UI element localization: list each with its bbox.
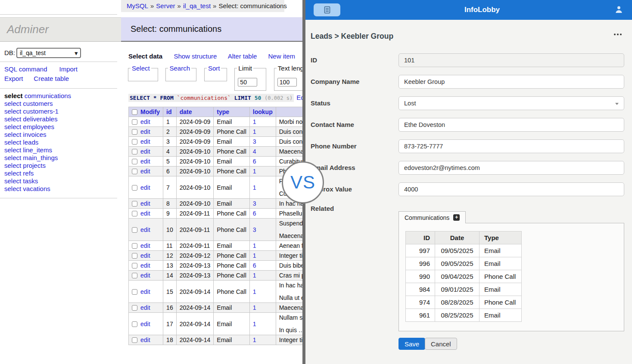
row-checkbox[interactable] bbox=[132, 169, 137, 174]
row-checkbox[interactable] bbox=[132, 289, 137, 295]
tab-communications[interactable]: Communications + bbox=[399, 211, 466, 223]
breadcrumb-mysql-link[interactable]: MySQL bbox=[127, 2, 148, 9]
user-icon[interactable] bbox=[615, 6, 623, 15]
select-action-link[interactable]: select bbox=[4, 154, 21, 161]
row-checkbox[interactable] bbox=[132, 273, 137, 278]
create-table-link[interactable]: Create table bbox=[34, 75, 69, 82]
edit-link[interactable]: edit bbox=[140, 262, 150, 269]
db-select[interactable]: il_qa_test ▾ bbox=[16, 48, 81, 58]
edit-link[interactable]: edit bbox=[140, 138, 150, 145]
lookup-link[interactable]: 1 bbox=[253, 128, 256, 135]
lookup-link[interactable]: 1 bbox=[253, 272, 256, 279]
table-link[interactable]: line_items bbox=[23, 146, 52, 154]
tab-show-structure[interactable]: Show structure bbox=[174, 52, 217, 60]
row-checkbox[interactable] bbox=[132, 305, 137, 311]
modify-header-link[interactable]: Modify bbox=[140, 108, 160, 115]
lookup-link[interactable]: 1 bbox=[253, 242, 256, 249]
select-action-link[interactable]: select bbox=[4, 100, 21, 107]
lookup-link[interactable]: 3 bbox=[253, 138, 256, 145]
text-length-input[interactable] bbox=[277, 78, 297, 86]
export-link[interactable]: Export bbox=[4, 75, 23, 82]
table-link[interactable]: main_things bbox=[23, 154, 58, 161]
row-checkbox[interactable] bbox=[132, 253, 137, 259]
tab-new-item[interactable]: New item bbox=[268, 52, 296, 60]
row-checkbox[interactable] bbox=[132, 149, 137, 154]
sort-legend-link[interactable]: Sort bbox=[207, 65, 221, 72]
table-link[interactable]: tasks bbox=[23, 177, 38, 185]
sql-command-link[interactable]: SQL command bbox=[4, 65, 47, 73]
table-link[interactable]: leads bbox=[23, 139, 38, 146]
lookup-link[interactable]: 6 bbox=[253, 210, 256, 217]
field-input-id[interactable]: 101 bbox=[399, 53, 624, 67]
row-checkbox[interactable] bbox=[132, 185, 137, 191]
select-action-link[interactable]: select bbox=[4, 92, 23, 99]
table-link[interactable]: communications bbox=[25, 92, 71, 99]
select-action-link[interactable]: select bbox=[4, 185, 21, 192]
select-action-link[interactable]: select bbox=[4, 177, 21, 185]
row-checkbox[interactable] bbox=[132, 129, 137, 135]
edit-link[interactable]: edit bbox=[140, 184, 150, 191]
import-link[interactable]: Import bbox=[59, 65, 78, 73]
sql-edit-link[interactable]: Edit bbox=[296, 94, 302, 101]
select-action-link[interactable]: select bbox=[4, 131, 21, 138]
edit-link[interactable]: edit bbox=[140, 210, 150, 217]
field-input-approx-value[interactable]: 4000 bbox=[399, 182, 624, 196]
lookup-link[interactable]: 1 bbox=[253, 288, 256, 295]
edit-link[interactable]: edit bbox=[140, 272, 150, 279]
select-all-checkbox[interactable] bbox=[132, 109, 137, 115]
row-checkbox[interactable] bbox=[132, 321, 137, 327]
lookup-link[interactable]: 1 bbox=[253, 336, 256, 343]
edit-link[interactable]: edit bbox=[140, 226, 150, 233]
edit-link[interactable]: edit bbox=[140, 304, 150, 311]
tab-alter-table[interactable]: Alter table bbox=[228, 52, 257, 60]
field-input-company-name[interactable]: Keebler Group bbox=[399, 75, 624, 89]
row-checkbox[interactable] bbox=[132, 139, 137, 145]
lookup-link[interactable]: 3 bbox=[253, 226, 256, 233]
cancel-button[interactable]: Cancel bbox=[425, 338, 457, 350]
table-link[interactable]: projects bbox=[23, 162, 46, 169]
column-header-date[interactable]: date bbox=[176, 107, 214, 117]
table-link[interactable]: refs bbox=[23, 170, 34, 177]
row-checkbox[interactable] bbox=[132, 263, 137, 268]
lookup-link[interactable]: 1 bbox=[253, 118, 256, 125]
column-header-type[interactable]: type bbox=[214, 107, 250, 117]
select-action-link[interactable]: select bbox=[4, 108, 21, 115]
row-checkbox[interactable] bbox=[132, 337, 137, 343]
field-input-email-address[interactable]: edoveston2r@nytimes.com bbox=[399, 161, 624, 175]
row-checkbox[interactable] bbox=[132, 119, 137, 125]
lookup-link[interactable]: 1 bbox=[253, 168, 256, 175]
select-action-link[interactable]: select bbox=[4, 139, 21, 146]
select-action-link[interactable]: select bbox=[4, 162, 21, 169]
more-options-icon[interactable] bbox=[614, 34, 622, 35]
edit-link[interactable]: edit bbox=[140, 128, 150, 135]
lookup-link[interactable]: 1 bbox=[253, 184, 256, 191]
lookup-link[interactable]: 4 bbox=[253, 148, 256, 155]
save-button[interactable]: Save bbox=[399, 338, 425, 350]
row-checkbox[interactable] bbox=[132, 243, 137, 249]
lookup-link[interactable]: 6 bbox=[253, 158, 256, 165]
breadcrumb-server-link[interactable]: Server bbox=[156, 2, 175, 9]
edit-link[interactable]: edit bbox=[140, 321, 150, 327]
edit-link[interactable]: edit bbox=[140, 288, 150, 295]
select-action-link[interactable]: select bbox=[4, 123, 21, 130]
table-link[interactable]: customers bbox=[23, 100, 53, 107]
row-checkbox[interactable] bbox=[132, 159, 137, 164]
field-input-contact-name[interactable]: Ethe Doveston bbox=[399, 118, 624, 132]
column-header-lookup[interactable]: lookup bbox=[249, 107, 276, 117]
select-action-link[interactable]: select bbox=[4, 170, 21, 177]
lookup-link[interactable]: 1 bbox=[253, 321, 256, 327]
edit-link[interactable]: edit bbox=[140, 118, 150, 125]
edit-link[interactable]: edit bbox=[140, 148, 150, 155]
add-communication-icon[interactable]: + bbox=[453, 214, 460, 221]
edit-link[interactable]: edit bbox=[140, 200, 150, 207]
table-link[interactable]: deliverables bbox=[23, 115, 57, 123]
table-link[interactable]: customers-1 bbox=[23, 108, 59, 115]
table-link[interactable]: vacations bbox=[23, 185, 50, 192]
field-input-status[interactable]: Lost bbox=[399, 96, 624, 110]
edit-link[interactable]: edit bbox=[140, 158, 150, 165]
select-legend-link[interactable]: Select bbox=[131, 65, 151, 72]
column-header-id[interactable]: id bbox=[163, 107, 177, 117]
breadcrumb-db-link[interactable]: il_qa_test bbox=[183, 2, 211, 9]
row-checkbox[interactable] bbox=[132, 227, 137, 233]
select-action-link[interactable]: select bbox=[4, 115, 21, 123]
